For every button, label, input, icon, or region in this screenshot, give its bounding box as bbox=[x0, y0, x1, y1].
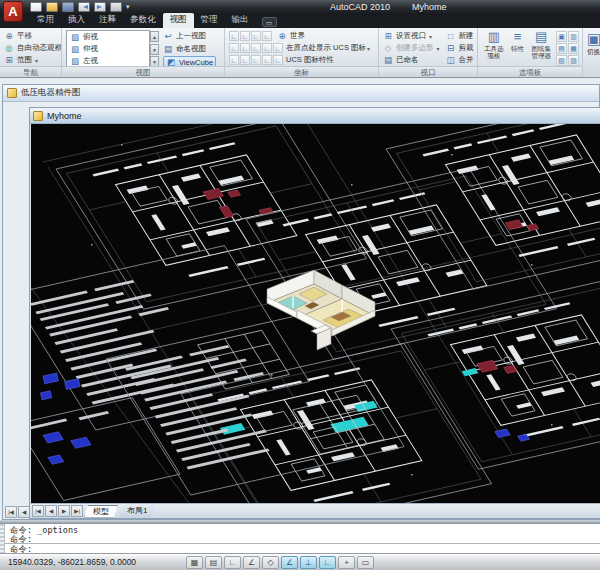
myhome-titlebar[interactable]: Myhome bbox=[30, 108, 600, 124]
ucs-icon[interactable]: ∟ bbox=[262, 31, 272, 41]
pan-label: 平移 bbox=[17, 31, 32, 41]
sheet-set-manager-button[interactable]: ▤ 图纸集管理器 bbox=[529, 30, 553, 68]
extents-button[interactable]: ⊞ 范围 ▾ bbox=[4, 54, 58, 66]
outer-window-titlebar[interactable]: 低压电器精件图 bbox=[3, 85, 599, 102]
ucs-icon[interactable]: ∟ bbox=[229, 55, 239, 65]
view-bottom-label: 仰视 bbox=[83, 44, 98, 54]
ucs-icon[interactable]: ∟ bbox=[262, 43, 272, 53]
drawing-window-outer[interactable]: 低压电器精件图 |◀ ◀ ▶ Myhome bbox=[2, 84, 600, 520]
tab-model[interactable]: 模型 bbox=[84, 505, 118, 518]
layout-tab-first-icon[interactable]: |◀ bbox=[32, 505, 44, 517]
tab-parametric[interactable]: 参数化 bbox=[123, 13, 163, 28]
ortho-toggle[interactable]: ∟ bbox=[224, 556, 241, 569]
tab-manage[interactable]: 管理 bbox=[194, 13, 225, 28]
view-cube-icon: ▧ bbox=[70, 32, 80, 42]
layout-tab-last-icon[interactable]: ▶| bbox=[71, 505, 83, 517]
ucs-icon-properties-button[interactable]: UCS 图标特性 bbox=[286, 55, 334, 65]
named-views-icon: ▤ bbox=[163, 44, 173, 54]
ucs-icon[interactable]: ∟ bbox=[273, 55, 283, 65]
undo-icon[interactable] bbox=[78, 2, 90, 12]
qat-dropdown-icon[interactable]: ▾ bbox=[126, 3, 130, 11]
palette-mini-icon[interactable]: ▣ bbox=[556, 31, 567, 42]
qp-toggle[interactable]: ▭ bbox=[357, 556, 374, 569]
scroll-up-icon[interactable]: ▲ bbox=[150, 31, 159, 42]
pan-button[interactable]: ⊕ 平移 bbox=[4, 30, 58, 42]
model-space-canvas[interactable] bbox=[31, 124, 600, 503]
osnap-toggle[interactable]: ◇ bbox=[262, 556, 279, 569]
tab-annotate[interactable]: 注释 bbox=[92, 13, 123, 28]
ucs-icon[interactable]: ∟ bbox=[262, 55, 272, 65]
command-window-grip[interactable] bbox=[0, 524, 5, 553]
palette-mini-icon[interactable]: ▧ bbox=[556, 55, 567, 66]
world-ucs-button[interactable]: 世界 bbox=[290, 31, 305, 41]
named-views-button[interactable]: ▤ 命名视图 bbox=[163, 43, 216, 55]
app-logo-icon[interactable]: A bbox=[3, 1, 23, 22]
tool-palettes-icon: ▥ bbox=[488, 30, 500, 46]
tab-output[interactable]: 输出 bbox=[225, 13, 256, 28]
create-polygonal-button[interactable]: ◇ 创建多边形 ▾ bbox=[383, 42, 440, 54]
cad-drawing[interactable] bbox=[31, 124, 600, 503]
ucs-icon[interactable]: ∟ bbox=[229, 31, 239, 41]
grid-toggle[interactable]: ▤ bbox=[205, 556, 222, 569]
properties-button[interactable]: ≡ 特性 bbox=[506, 30, 530, 68]
dyn-toggle[interactable]: ∟ bbox=[319, 556, 336, 569]
view-list-scrollbar[interactable]: ▲ ▼ ▼ bbox=[150, 30, 159, 68]
tab-home[interactable]: 常用 bbox=[30, 13, 61, 28]
ducs-toggle[interactable]: ⊥ bbox=[300, 556, 317, 569]
outer-tab-first-icon[interactable]: |◀ bbox=[5, 506, 17, 518]
otrack-toggle[interactable]: ∠ bbox=[281, 556, 298, 569]
new-viewport-icon: □ bbox=[446, 31, 456, 41]
command-input[interactable]: 命令: bbox=[0, 543, 600, 553]
named-viewports-button[interactable]: ▤ 已命名 bbox=[383, 54, 440, 66]
layout-tab-next-icon[interactable]: ▶ bbox=[58, 505, 70, 517]
drawing-window-myhome[interactable]: Myhome bbox=[29, 107, 600, 519]
show-ucs-at-origin-button[interactable]: 在原点处显示 UCS 图标 bbox=[286, 43, 366, 53]
join-viewport-button[interactable]: ◫ 合并 bbox=[446, 54, 474, 66]
ucs-icon[interactable]: ∟ bbox=[273, 43, 283, 53]
properties-label: 特性 bbox=[511, 46, 524, 53]
open-file-icon[interactable] bbox=[46, 2, 58, 12]
extents-dropdown-icon[interactable]: ▾ bbox=[35, 57, 38, 64]
tab-layout1[interactable]: 布局1 bbox=[119, 505, 155, 518]
orbit-icon: ◎ bbox=[4, 43, 14, 53]
lwt-toggle[interactable]: + bbox=[338, 556, 355, 569]
layout-tab-prev-icon[interactable]: ◀ bbox=[45, 505, 57, 517]
scroll-down-icon[interactable]: ▼ bbox=[150, 44, 159, 55]
tool-palettes-button[interactable]: ▥ 工具选项板 bbox=[482, 30, 506, 68]
ucs-icon[interactable]: ∟ bbox=[251, 55, 261, 65]
new-viewport-button[interactable]: □ 新建 bbox=[446, 30, 474, 42]
redo-icon[interactable] bbox=[94, 2, 106, 12]
orbit-button[interactable]: ◎ 自由动态观察 ▾ bbox=[4, 42, 58, 54]
ucs-icon[interactable]: ∟ bbox=[229, 43, 239, 53]
ucs-icon[interactable]: ∟ bbox=[251, 43, 261, 53]
tab-view[interactable]: 视图 bbox=[163, 13, 194, 28]
tab-insert[interactable]: 插入 bbox=[61, 13, 92, 28]
create-polygonal-icon: ◇ bbox=[383, 43, 393, 53]
ucs-icon[interactable]: ∟ bbox=[240, 43, 250, 53]
ucs-icon[interactable]: ∟ bbox=[240, 31, 250, 41]
previous-view-button[interactable]: ↩ 上一视图 bbox=[163, 30, 216, 42]
clip-viewport-button[interactable]: ⊟ 剪裁 bbox=[446, 42, 474, 54]
polar-toggle[interactable]: ∠ bbox=[243, 556, 260, 569]
set-viewport-button[interactable]: ⊞ 设置视口 ▾ bbox=[383, 30, 440, 42]
palette-mini-icon[interactable]: ▥ bbox=[568, 31, 579, 42]
plot-icon[interactable] bbox=[110, 2, 122, 12]
create-polygonal-dropdown-icon[interactable]: ▾ bbox=[437, 45, 440, 52]
new-file-icon[interactable] bbox=[30, 2, 42, 12]
snap-toggle[interactable]: ▦ bbox=[186, 556, 203, 569]
palette-mini-icon[interactable]: ▦ bbox=[568, 43, 579, 54]
ucs-icon[interactable]: ∟ bbox=[240, 55, 250, 65]
set-viewport-icon: ⊞ bbox=[383, 31, 393, 41]
palette-mini-icon[interactable]: ▤ bbox=[556, 43, 567, 54]
ribbon-minimize-icon[interactable]: ▭ bbox=[262, 17, 277, 27]
view-list-item-bottom[interactable]: ▧ 仰视 bbox=[67, 43, 149, 55]
ucs-icon[interactable]: ∟ bbox=[251, 31, 261, 41]
set-viewport-dropdown-icon[interactable]: ▾ bbox=[429, 33, 432, 40]
switch-window-icon[interactable]: ▣ bbox=[587, 30, 597, 48]
view-list-item-top[interactable]: ▧ 俯视 bbox=[67, 31, 149, 43]
show-ucs-dropdown-icon[interactable]: ▾ bbox=[367, 45, 370, 52]
save-icon[interactable] bbox=[62, 2, 74, 12]
palette-mini-icon[interactable]: ▨ bbox=[568, 55, 579, 66]
command-window[interactable]: 命令: _options 命令: 命令: bbox=[0, 523, 600, 553]
view-list[interactable]: ▧ 俯视 ▧ 仰视 ▧ 左视 bbox=[66, 30, 150, 68]
